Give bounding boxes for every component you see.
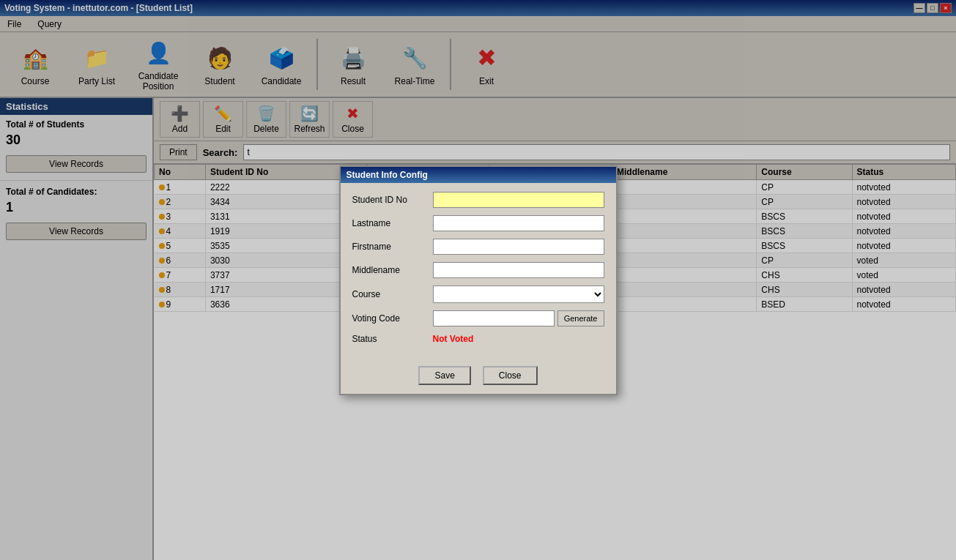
firstname-label: Firstname xyxy=(352,242,433,252)
student-id-label: Student ID No xyxy=(352,195,433,205)
status-label: Status xyxy=(352,334,433,344)
middlename-input[interactable] xyxy=(433,262,604,278)
voting-code-label: Voting Code xyxy=(352,313,433,324)
student-id-input[interactable] xyxy=(433,192,604,208)
lastname-input[interactable] xyxy=(433,215,604,231)
voting-code-row: Voting Code Generate xyxy=(352,310,604,326)
firstname-row: Firstname xyxy=(352,239,604,255)
student-id-row: Student ID No xyxy=(352,192,604,208)
modal-close-button[interactable]: Close xyxy=(483,366,538,385)
modal-body: Student ID No Lastname Firstname Middlen… xyxy=(341,183,616,360)
lastname-label: Lastname xyxy=(352,218,433,228)
lastname-row: Lastname xyxy=(352,215,604,231)
course-label: Course xyxy=(352,289,433,299)
student-info-modal: Student Info Config Student ID No Lastna… xyxy=(339,165,618,395)
course-select[interactable]: CP BSCS CHS BSED xyxy=(433,285,604,303)
voting-code-controls: Generate xyxy=(433,310,604,326)
middlename-label: Middlename xyxy=(352,265,433,275)
modal-footer: Save Close xyxy=(341,360,616,394)
firstname-input[interactable] xyxy=(433,239,604,255)
modal-title-bar: Student Info Config xyxy=(341,167,616,183)
modal-title: Student Info Config xyxy=(347,170,428,180)
course-row: Course CP BSCS CHS BSED xyxy=(352,285,604,303)
middlename-row: Middlename xyxy=(352,262,604,278)
modal-overlay: Student Info Config Student ID No Lastna… xyxy=(0,0,956,560)
status-row: Status Not Voted xyxy=(352,334,604,344)
save-button[interactable]: Save xyxy=(418,366,470,385)
status-value: Not Voted xyxy=(433,334,474,344)
generate-button[interactable]: Generate xyxy=(557,310,604,326)
voting-code-input[interactable] xyxy=(433,310,555,326)
